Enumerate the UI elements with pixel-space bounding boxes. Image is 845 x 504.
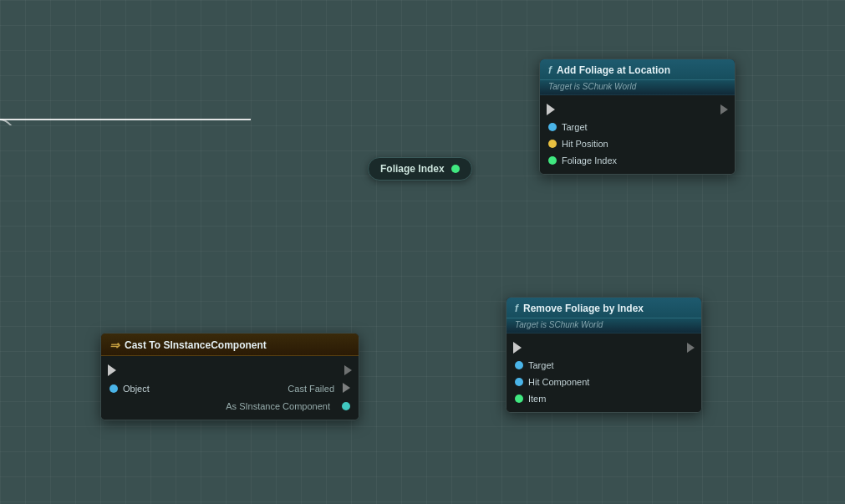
remove-foliage-node: f Remove Foliage by Index Target is SChu…	[506, 297, 702, 413]
remove-item-row: Item	[506, 390, 701, 407]
remove-exec-in	[513, 342, 522, 354]
cast-to-node: ⇒ Cast To SInstanceComponent Object Cast…	[100, 333, 359, 420]
exec-in-arrow	[547, 104, 555, 115]
add-foliage-header: f Add Foliage at Location	[540, 59, 735, 80]
cast-failed-pin	[343, 383, 350, 393]
wire-canvas	[0, 0, 251, 125]
cast-exec-in	[108, 364, 116, 376]
func-icon: f	[548, 64, 552, 76]
foliageindex-label: Foliage Index	[562, 155, 617, 165]
remove-target-label: Target	[528, 360, 554, 370]
sinstance-pin[interactable]	[342, 402, 350, 410]
target-label: Target	[562, 122, 588, 132]
target-pin[interactable]	[548, 123, 557, 131]
add-foliage-index-row: Foliage Index	[540, 152, 735, 169]
cast-exec-out	[344, 365, 352, 375]
foliage-index-label: Foliage Index	[380, 163, 445, 175]
cast-func-icon: ⇒	[109, 339, 120, 352]
cast-object-row: Object Cast Failed	[101, 379, 359, 398]
remove-target-row: Target	[506, 357, 701, 374]
cast-failed-label: Cast Failed	[288, 384, 334, 394]
cast-output-row: As SInstance Component	[101, 398, 359, 415]
add-foliage-exec-row	[540, 100, 735, 119]
hitcomp-pin[interactable]	[515, 378, 523, 386]
exec-out-arrow	[720, 104, 728, 115]
add-foliage-hitpos-row: Hit Position	[540, 135, 735, 152]
remove-hitcomp-row: Hit Component	[506, 374, 701, 390]
remove-foliage-exec-row	[506, 339, 701, 357]
remove-func-icon: f	[515, 303, 518, 314]
remove-foliage-header: f Remove Foliage by Index	[506, 298, 701, 318]
foliage-index-node[interactable]: Foliage Index	[368, 157, 472, 181]
add-foliage-body: Target Hit Position Foliage Index	[540, 95, 735, 174]
hitcomp-label: Hit Component	[528, 377, 589, 387]
item-label: Item	[528, 394, 546, 404]
foliageindex-pin[interactable]	[548, 156, 557, 165]
object-pin[interactable]	[109, 384, 118, 393]
add-foliage-subtitle: Target is SChunk World	[540, 80, 735, 95]
hitpos-label: Hit Position	[562, 139, 608, 149]
remove-foliage-body: Target Hit Component Item	[506, 333, 701, 412]
cast-body: Object Cast Failed As SInstance Componen…	[101, 356, 359, 420]
remove-target-pin[interactable]	[515, 361, 523, 369]
hitpos-pin[interactable]	[548, 140, 557, 148]
cast-title: Cast To SInstanceComponent	[125, 339, 267, 351]
as-sinstance-label: As SInstance Component	[226, 401, 330, 411]
remove-foliage-title: Remove Foliage by Index	[523, 303, 644, 314]
foliage-index-output-pin[interactable]	[451, 165, 460, 173]
add-foliage-node: f Add Foliage at Location Target is SChu…	[539, 59, 736, 175]
add-foliage-target-row: Target	[540, 119, 735, 135]
remove-foliage-subtitle: Target is SChunk World	[506, 318, 701, 333]
cast-header: ⇒ Cast To SInstanceComponent	[101, 333, 359, 356]
cast-exec-row	[101, 361, 359, 379]
item-pin[interactable]	[515, 395, 523, 403]
add-foliage-title: Add Foliage at Location	[557, 64, 670, 76]
remove-exec-out	[687, 343, 695, 353]
object-label: Object	[123, 384, 150, 394]
